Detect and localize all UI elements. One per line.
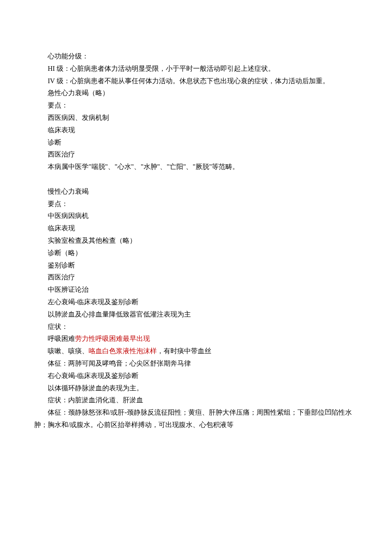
text-dyspnea-prefix: 呼吸困难 — [48, 335, 75, 342]
blank-line — [34, 173, 358, 186]
document-page: 心功能分级： HI 级：心脏病患者体力活动明显受限，小于平时一般活动即引起上述症… — [0, 0, 392, 555]
text-dyspnea-highlight: 劳力性呼吸困难最早出现 — [75, 335, 150, 342]
heading-key-points-1: 要点： — [34, 99, 358, 112]
text-left-hf-main: 以肺淤血及心排血量降低致器官低灌注表现为主 — [34, 308, 358, 321]
text-cough-prefix: 咳嗽、咳痰、 — [48, 347, 89, 355]
heading-left-heart-failure: 左心衰竭-临床表现及鉴别诊断 — [34, 296, 358, 308]
text-clinical-manifestation-2: 临床表现 — [34, 222, 358, 235]
text-western-treatment-1: 西医治疗 — [34, 148, 358, 161]
text-cough-highlight: 咯血白色浆液性泡沫样 — [89, 347, 157, 355]
heading-cardiac-function-classification: 心功能分级： — [34, 50, 358, 63]
text-tcm-etiology: 中医病因病机 — [34, 210, 358, 222]
text-right-hf-main: 以体循环静脉淤血的表现为主。 — [34, 382, 358, 395]
text-western-treatment-2: 西医治疗 — [34, 271, 358, 284]
text-clinical-manifestation-1: 临床表现 — [34, 124, 358, 137]
text-lab-exam: 实验室检查及其他检查（略） — [34, 235, 358, 247]
text-differential-diagnosis: 鉴别诊断 — [34, 259, 358, 272]
text-cough-suffix: ，有时痰中带血丝 — [157, 347, 211, 355]
text-diagnosis-1: 诊断 — [34, 137, 358, 149]
heading-chronic-heart-failure: 慢性心力衰竭 — [34, 186, 358, 198]
text-dyspnea-line: 呼吸困难劳力性呼吸困难最早出现 — [34, 333, 358, 345]
text-tcm-treatment: 中医辨证论治 — [34, 284, 358, 296]
text-cough-line: 咳嗽、咳痰、咯血白色浆液性泡沫样，有时痰中带血丝 — [34, 345, 358, 357]
text-class-iii: HI 级：心脏病患者体力活动明显受限，小于平时一般活动即引起上述症状。 — [34, 63, 358, 75]
text-right-hf-symptoms: 症状：内脏淤血消化道、肝淤血 — [34, 394, 358, 407]
text-western-etiology: 西医病因、发病机制 — [34, 112, 358, 124]
text-class-iv: IV 级：心脏病患者不能从事任何体力活动。休息状态下也出现心衰的症状，体力活动后… — [34, 75, 358, 87]
text-acute-heart-failure: 急性心力衰竭（略） — [34, 87, 358, 99]
text-signs-left: 体征：两肺可闻及哮鸣音；心尖区舒张期奔马律 — [34, 357, 358, 370]
heading-key-points-2: 要点： — [34, 198, 358, 210]
text-right-hf-signs: 体征：颈静脉怒张和/或肝-颈静脉反流征阳性；黄疸、肝肿大伴压痛；周围性紫组；下垂… — [34, 407, 358, 431]
heading-symptoms: 症状： — [34, 321, 358, 333]
text-diagnosis-2: 诊断（略） — [34, 247, 358, 259]
heading-right-heart-failure: 右心衰竭-临床表现及鉴别诊断 — [34, 370, 358, 382]
text-tcm-categories: 本病属中医学"喘脱"、"心水"、"水肿"、"亡阳"、"厥脱"等范畴。 — [34, 161, 358, 173]
